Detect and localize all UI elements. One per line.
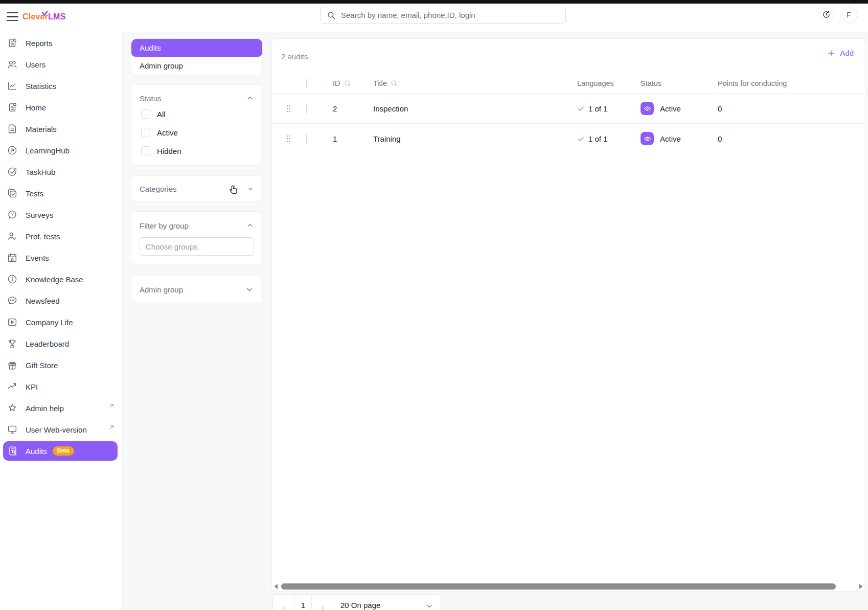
sidebar-item-knowledge-base[interactable]: Knowledge Base <box>0 268 122 290</box>
chevron-down-icon[interactable] <box>245 285 254 294</box>
audit-tabs-card: Audits Admin group <box>131 38 263 75</box>
next-page-button[interactable] <box>312 595 333 610</box>
column-title[interactable]: Title <box>373 79 577 87</box>
sidebar-item-statistics[interactable]: Statistics <box>0 75 122 97</box>
column-search-icon[interactable] <box>391 80 398 87</box>
learninghub-icon <box>7 145 18 156</box>
knowledge-base-icon <box>7 274 18 285</box>
sidebar-item-reports[interactable]: Reports <box>0 32 122 54</box>
choose-groups-field[interactable] <box>140 237 254 256</box>
sidebar-item-users[interactable]: Users <box>0 54 122 75</box>
sidebar-item-kpi[interactable]: KPI <box>0 376 122 397</box>
sidebar-item-label: Knowledge Base <box>26 275 83 284</box>
search-icon <box>327 11 336 20</box>
row-checkbox[interactable] <box>306 134 307 144</box>
filter-panel: Audits Admin group Status All Active Hid… <box>131 38 263 303</box>
horizontal-scrollbar[interactable] <box>274 583 863 590</box>
sidebar-item-label: LearningHub <box>26 146 70 155</box>
sidebar-item-user-web-version[interactable]: User Web-version <box>0 419 122 440</box>
global-search[interactable] <box>320 7 566 24</box>
group-filter-header[interactable]: Filter by group <box>140 219 254 232</box>
chevron-down-icon[interactable] <box>247 185 254 192</box>
web-version-monitor-icon <box>7 424 18 435</box>
select-all-checkbox[interactable] <box>306 79 307 88</box>
cell-status: Active <box>641 132 718 145</box>
column-id[interactable]: ID <box>333 79 373 87</box>
sidebar-item-learninghub[interactable]: LearningHub <box>0 140 122 161</box>
check-icon <box>577 135 585 143</box>
sidebar-item-prof-tests[interactable]: Prof. tests <box>0 225 122 247</box>
sidebar-item-newsfeed[interactable]: Newsfeed <box>0 290 122 311</box>
table-header-row: ID Title Languages Status Points for con… <box>272 74 865 93</box>
sidebar-item-leaderboard[interactable]: Leaderboard <box>0 333 122 354</box>
sidebar-item-gift-store[interactable]: Gift Store <box>0 354 122 376</box>
cell-title[interactable]: Inspection <box>373 104 577 113</box>
home-icon <box>7 102 18 113</box>
checkbox[interactable] <box>141 146 150 155</box>
users-icon <box>7 59 18 70</box>
column-search-icon[interactable] <box>344 80 351 87</box>
events-icon <box>7 252 18 263</box>
chevron-up-icon[interactable] <box>246 221 254 230</box>
external-link-icon <box>108 424 115 431</box>
table-row[interactable]: 2 Inspection 1 of 1 Active 0 <box>272 93 865 123</box>
sidebar-item-company-life[interactable]: Company Life <box>0 311 122 333</box>
prev-page-button[interactable] <box>273 595 294 610</box>
add-audit-button[interactable]: Add <box>827 48 854 57</box>
status-option-all[interactable]: All <box>140 105 254 123</box>
user-avatar[interactable]: F <box>840 6 857 23</box>
prof-tests-icon <box>7 231 18 242</box>
scroll-right-arrow[interactable] <box>859 584 863 589</box>
history-button[interactable] <box>819 8 833 22</box>
sidebar-nav: Reports Users Statistics Home Materials … <box>0 32 123 610</box>
sidebar-item-label: Materials <box>26 125 57 133</box>
sidebar-item-events[interactable]: Events <box>0 247 122 268</box>
add-category-icon[interactable] <box>230 184 240 194</box>
sidebar-item-label: Home <box>26 103 46 112</box>
visibility-eye-icon <box>641 132 654 145</box>
visibility-eye-icon <box>641 102 654 115</box>
current-page[interactable]: 1 <box>294 595 312 610</box>
sidebar-item-tests[interactable]: Tests <box>0 183 122 204</box>
search-input[interactable] <box>341 11 559 19</box>
scroll-left-arrow[interactable] <box>274 584 278 589</box>
hamburger-menu-icon[interactable] <box>7 12 18 21</box>
app-logo: CleverLMS <box>22 12 66 21</box>
tab-audits[interactable]: Audits <box>131 39 262 57</box>
scrollbar-thumb[interactable] <box>281 583 836 590</box>
status-option-active[interactable]: Active <box>140 123 254 142</box>
drag-handle-icon[interactable] <box>286 134 306 143</box>
cell-points: 0 <box>718 104 865 113</box>
status-option-hidden[interactable]: Hidden <box>140 142 254 160</box>
sidebar-item-surveys[interactable]: ? Surveys <box>0 204 122 225</box>
row-checkbox[interactable] <box>306 104 307 114</box>
column-status: Status <box>641 79 718 87</box>
checkbox[interactable] <box>141 128 150 137</box>
sidebar-item-materials[interactable]: Materials <box>0 118 122 140</box>
status-section-header[interactable]: Status <box>140 92 254 105</box>
chevron-up-icon[interactable] <box>246 94 254 102</box>
sidebar-item-home[interactable]: Home <box>0 97 122 118</box>
sidebar-item-taskhub[interactable]: TaskHub <box>0 161 122 183</box>
beta-badge: Beta <box>53 446 74 456</box>
table-row[interactable]: 1 Training 1 of 1 Active 0 <box>272 123 865 153</box>
sidebar-item-audits[interactable]: Audits Beta <box>3 441 118 461</box>
sidebar-item-admin-help[interactable]: Admin help <box>0 397 122 419</box>
tab-admin-group[interactable]: Admin group <box>131 57 262 75</box>
sidebar-item-label: Audits <box>26 447 47 456</box>
funnel-filter-icon[interactable] <box>247 242 248 251</box>
sidebar-item-label: Users <box>26 60 45 69</box>
statistics-icon <box>7 80 18 92</box>
per-page-select[interactable]: 20 On page <box>332 594 441 610</box>
top-black-strip <box>0 0 868 4</box>
tests-icon <box>7 188 18 199</box>
cell-title[interactable]: Training <box>373 134 577 143</box>
sidebar-item-label: TaskHub <box>26 168 55 176</box>
checkbox[interactable] <box>141 109 150 119</box>
choose-groups-input[interactable] <box>146 242 247 251</box>
sidebar-item-label: Leaderboard <box>26 340 69 348</box>
admin-group-card[interactable]: Admin group <box>131 276 263 303</box>
drag-handle-icon[interactable] <box>286 104 306 113</box>
kpi-icon <box>7 381 18 392</box>
sidebar-item-label: Gift Store <box>26 361 58 370</box>
